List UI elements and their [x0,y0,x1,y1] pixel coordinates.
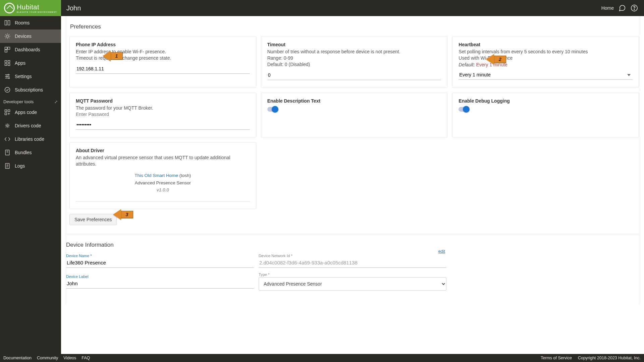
footer-link-videos[interactable]: Videos [63,356,76,360]
mqtt-password-input[interactable] [76,119,250,130]
developer-tools-label: Developer tools [3,99,34,104]
mqtt-placeholder: Enter Password [76,111,250,118]
save-preferences-button[interactable]: Save Preferences [69,214,117,225]
device-network-id-label: Device Network Id * [259,254,446,258]
heartbeat-desc2: Used with Wi-Fi Presence [459,55,633,61]
svg-rect-20 [5,150,9,155]
settings-icon [4,73,11,80]
phone-ip-title: Phone IP Address [76,42,250,47]
pref-card-about-driver: About Driver An advanced virtual presenc… [69,142,256,209]
timeout-desc3: Default: 0 (Disabled) [267,61,441,68]
heartbeat-default-value: Every 1 minute [476,62,507,67]
sidebar: Rooms Devices Dashboards Apps Settings S… [0,16,61,354]
enable-description-toggle[interactable] [267,107,277,112]
svg-rect-8 [5,61,7,63]
svg-rect-11 [8,64,10,66]
sidebar-item-label: Logs [15,163,25,169]
rooms-icon [4,19,11,26]
about-divider [76,201,250,201]
sidebar-item-subscriptions[interactable]: Subscriptions [0,83,61,97]
sidebar-item-apps[interactable]: Apps [0,56,61,70]
chat-icon[interactable] [619,4,626,12]
sidebar-item-label: Drivers code [15,123,41,128]
help-icon[interactable] [631,4,638,12]
apps-icon [4,60,11,66]
device-name-label: Device Name * [66,254,254,258]
heartbeat-desc1: Set polling intervals from every 5 secon… [459,49,633,55]
top-bar: Hubitat ELEVATE YOUR ENVIRONMENT John Ho… [0,0,644,16]
device-type-select[interactable]: Advanced Presence Sensor [259,277,446,291]
developer-tools-header[interactable]: Developer tools ⤢ [0,97,61,106]
svg-rect-10 [5,64,7,66]
svg-rect-2 [5,20,7,25]
heartbeat-default-label: Default: [459,62,475,67]
sidebar-item-label: Apps [15,60,25,66]
device-type-label: Type * [259,273,446,277]
bundles-icon [4,149,11,156]
svg-rect-3 [8,20,10,25]
pref-card-phone-ip: Phone IP Address Enter IP address to ena… [69,36,256,88]
sidebar-item-label: Subscriptions [15,87,43,93]
enable-desc-title: Enable Description Text [267,98,441,104]
svg-rect-6 [8,47,10,50]
edit-network-id-link[interactable]: edit [438,249,445,254]
brand-tagline: ELEVATE YOUR ENVIRONMENT [17,11,57,13]
svg-point-1 [634,9,634,10]
pref-card-heartbeat: Heartbeat Set polling intervals from eve… [452,36,639,88]
device-name-input[interactable] [66,258,254,268]
footer-link-documentation[interactable]: Documentation [3,356,32,360]
sidebar-item-libraries-code[interactable]: Libraries code [0,132,61,146]
svg-point-13 [6,76,7,77]
svg-rect-7 [5,50,7,52]
sidebar-item-dashboards[interactable]: Dashboards [0,43,61,56]
timeout-desc1: Number of tries without a response befor… [267,49,441,55]
pref-card-mqtt-password: MQTT Password The password for your MQTT… [69,93,256,138]
hubitat-logo-icon [4,3,15,13]
sidebar-item-rooms[interactable]: Rooms [0,16,61,29]
preferences-section-title: Preferences [66,16,639,33]
sidebar-item-label: Apps code [15,110,37,115]
timeout-title: Timeout [267,42,441,47]
heartbeat-title: Heartbeat [459,42,633,47]
svg-rect-16 [5,110,7,112]
home-link[interactable]: Home [601,5,614,11]
footer-link-community[interactable]: Community [37,356,58,360]
sidebar-item-bundles[interactable]: Bundles [0,146,61,159]
svg-point-15 [5,87,10,93]
footer: Documentation Community Videos FAQ Terms… [0,354,644,362]
phone-ip-input[interactable] [76,63,250,74]
collapse-icon[interactable]: ⤢ [54,100,58,104]
svg-rect-5 [5,47,7,50]
svg-rect-9 [8,61,10,63]
dashboards-icon [4,46,11,53]
subscriptions-icon [4,86,11,93]
phone-ip-desc1: Enter IP address to enable Wi-F- presenc… [76,49,250,55]
device-info-section-title: Device Information [66,234,639,251]
pref-card-timeout: Timeout Number of tries without a respon… [261,36,448,88]
pref-card-enable-debug: Enable Debug Logging [452,93,639,138]
device-network-id-input [259,258,446,268]
about-link-suffix: (tosh) [178,173,191,178]
brand-logo[interactable]: Hubitat ELEVATE YOUR ENVIRONMENT [0,0,61,16]
enable-debug-toggle[interactable] [459,107,469,112]
page-title: John [66,4,81,12]
heartbeat-default: Default: Every 1 minute [459,62,633,67]
about-title: About Driver [76,148,250,153]
pref-card-enable-description: Enable Description Text [261,93,448,138]
devices-icon [4,33,11,40]
mqtt-desc: The password for your MQTT Broker. [76,105,250,111]
about-link[interactable]: This Old Smart Home [135,173,178,178]
sidebar-item-logs[interactable]: Logs [0,159,61,173]
sidebar-item-settings[interactable]: Settings [0,70,61,83]
sidebar-item-drivers-code[interactable]: Drivers code [0,119,61,132]
sidebar-item-devices[interactable]: Devices [0,29,61,43]
sidebar-item-apps-code[interactable]: Apps code [0,106,61,119]
footer-link-faq[interactable]: FAQ [82,356,90,360]
about-driver-name: Advanced Presence Sensor [76,179,250,187]
apps-code-icon [4,109,11,116]
timeout-input[interactable] [267,70,441,80]
heartbeat-select[interactable]: Every 1 minute [459,69,633,80]
device-label-input[interactable] [66,279,254,289]
enable-debug-title: Enable Debug Logging [459,98,633,104]
footer-link-tos[interactable]: Terms of Service [541,356,572,360]
